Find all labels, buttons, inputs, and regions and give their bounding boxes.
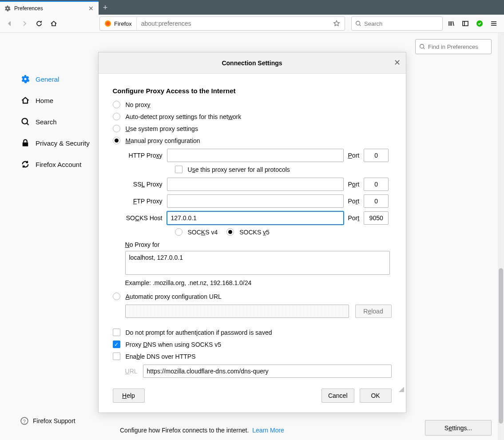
new-tab-button[interactable]: + — [99, 1, 112, 15]
sidebar-item-label: Home — [36, 97, 53, 104]
lock-icon — [20, 138, 30, 148]
sidebar-item-label: Search — [36, 118, 57, 126]
resize-grip-icon[interactable] — [398, 386, 404, 392]
radio-icon — [113, 137, 120, 144]
sidebar-item-account[interactable]: Firefox Account — [0, 154, 111, 175]
checkbox-icon — [175, 166, 183, 173]
page-scrollbar[interactable] — [498, 33, 504, 440]
gear-icon — [4, 5, 11, 12]
svg-rect-3 — [463, 21, 468, 26]
radio-socks5[interactable]: SOCKS v5 — [226, 228, 270, 236]
back-button[interactable] — [4, 17, 16, 30]
doh-checkbox[interactable]: Enable DNS over HTTPS — [113, 353, 392, 360]
find-in-preferences[interactable]: Find in Preferences — [415, 39, 492, 54]
forward-button[interactable] — [18, 17, 31, 30]
radio-icon — [113, 125, 120, 132]
port-label: Port — [348, 181, 360, 188]
preferences-sidebar: General Home Search Privacy & Security F… — [0, 33, 111, 440]
http-port-input[interactable] — [364, 149, 389, 162]
radio-socks4[interactable]: SOCKS v4 — [175, 228, 218, 236]
radio-icon — [175, 228, 183, 236]
search-input[interactable] — [364, 20, 439, 27]
library-icon[interactable] — [444, 17, 458, 30]
radio-no-proxy[interactable]: No proxy — [113, 101, 392, 108]
port-label: Port — [348, 152, 360, 159]
ftp-proxy-input[interactable] — [167, 194, 344, 208]
http-proxy-input[interactable] — [167, 149, 344, 162]
svg-point-1 — [106, 22, 110, 25]
checkbox-icon — [113, 329, 120, 336]
find-placeholder: Find in Preferences — [428, 44, 478, 50]
no-auth-prompt-checkbox[interactable]: Do not prompt for authentication if pass… — [113, 329, 392, 336]
radio-manual-proxy[interactable]: Manual proxy configuration — [113, 137, 392, 144]
hamburger-menu-icon[interactable] — [487, 17, 500, 30]
close-icon[interactable]: ✕ — [88, 5, 94, 12]
ssl-proxy-label: SSL Proxy — [125, 181, 163, 188]
pac-url-input[interactable] — [125, 305, 349, 318]
support-label: Firefox Support — [33, 417, 75, 424]
ftp-port-input[interactable] — [364, 194, 389, 208]
sidebar-item-home[interactable]: Home — [0, 90, 111, 111]
svg-point-6 — [22, 119, 28, 124]
search-bar[interactable] — [351, 16, 443, 31]
reload-button[interactable] — [33, 17, 46, 30]
identity-box[interactable]: Firefox — [100, 17, 137, 30]
port-label: Port — [348, 198, 360, 205]
ssl-proxy-input[interactable] — [167, 178, 344, 191]
radio-icon — [226, 228, 234, 236]
sidebar-item-label: Privacy & Security — [36, 139, 90, 147]
radio-icon — [113, 293, 120, 300]
url-bar[interactable]: Firefox about:preferences — [99, 16, 345, 31]
help-icon: ? — [20, 417, 28, 425]
scrollbar-thumb[interactable] — [499, 268, 503, 424]
browser-tab[interactable]: Preferences ✕ — [0, 1, 99, 15]
proxy-dns-checkbox[interactable]: Proxy DNS when using SOCKS v5 — [113, 341, 392, 348]
radio-system-proxy[interactable]: Use system proxy settings — [113, 125, 392, 132]
ok-button[interactable]: OK — [360, 388, 392, 403]
sidebar-icon[interactable] — [459, 17, 472, 30]
no-proxy-label: No Proxy for — [125, 241, 392, 248]
search-icon — [355, 20, 361, 27]
ssl-port-input[interactable] — [364, 178, 389, 191]
home-button[interactable] — [47, 17, 60, 30]
bookmark-star-icon[interactable] — [329, 17, 345, 30]
sidebar-item-search[interactable]: Search — [0, 111, 111, 132]
ftp-proxy-label: FTP Proxy — [125, 198, 163, 205]
svg-text:?: ? — [23, 419, 26, 424]
socks-host-label: SOCKS Host — [125, 214, 163, 222]
sidebar-support-link[interactable]: ? Firefox Support — [20, 417, 75, 425]
learn-more-link[interactable]: Learn More — [252, 427, 284, 434]
help-button[interactable]: Help — [113, 388, 145, 403]
cancel-button[interactable]: Cancel — [321, 388, 354, 403]
sidebar-item-general[interactable]: General — [0, 68, 111, 90]
port-label: Port — [348, 214, 360, 222]
connection-settings-dialog: Connection Settings ✕ Configure Proxy Ac… — [98, 52, 406, 413]
svg-rect-7 — [23, 143, 28, 147]
reload-button[interactable]: Reload — [355, 305, 392, 318]
socks-host-input[interactable] — [167, 211, 344, 225]
radio-icon — [113, 101, 120, 108]
section-title: Configure Proxy Access to the Internet — [113, 87, 392, 95]
use-all-checkbox[interactable]: Use this proxy server for all protocols — [175, 166, 392, 173]
home-icon — [20, 95, 30, 105]
example-text: Example: .mozilla.org, .net.nz, 192.168.… — [125, 279, 392, 286]
gear-icon — [20, 74, 30, 84]
tab-strip: Preferences ✕ + — [0, 0, 504, 15]
identity-label: Firefox — [114, 20, 132, 27]
dialog-title: Connection Settings — [222, 59, 282, 67]
close-icon[interactable]: ✕ — [394, 58, 401, 67]
search-icon — [419, 44, 425, 50]
search-icon — [20, 117, 30, 127]
no-proxy-textarea[interactable] — [125, 251, 390, 275]
sidebar-item-privacy[interactable]: Privacy & Security — [0, 132, 111, 154]
sidebar-item-label: General — [36, 75, 59, 83]
doh-url-input[interactable] — [143, 365, 392, 378]
radio-auto-detect[interactable]: Auto-detect proxy settings for this netw… — [113, 113, 392, 120]
extension-icon[interactable] — [473, 17, 486, 30]
socks-port-input[interactable] — [364, 211, 389, 225]
tab-title: Preferences — [14, 5, 43, 12]
svg-point-2 — [356, 21, 360, 25]
radio-pac-url[interactable]: Automatic proxy configuration URL — [113, 293, 392, 300]
network-settings-button[interactable]: Settings... — [425, 420, 492, 436]
checkbox-icon — [113, 341, 120, 348]
